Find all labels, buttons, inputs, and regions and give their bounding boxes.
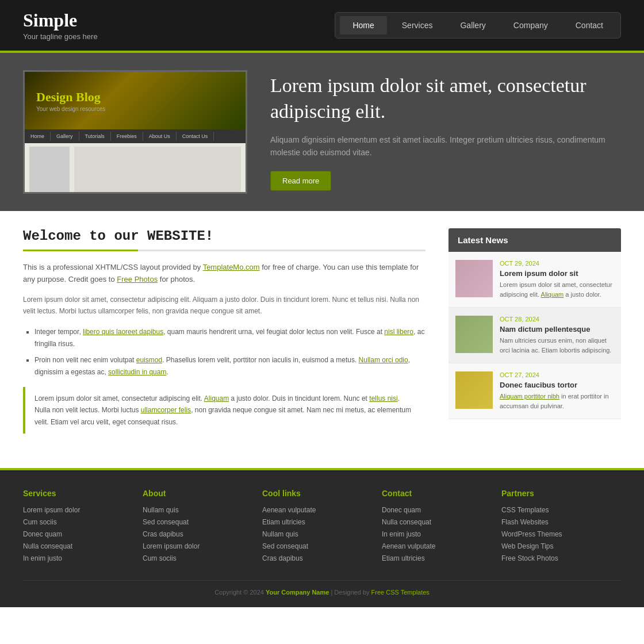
blog-nav-home: Home [25,132,51,141]
copyright-text: Copyright © 2024 Your Company Name | Des… [214,589,430,596]
footer-coollinks-link-4[interactable]: Sed consequat [262,542,370,550]
footer-col-coollinks: Cool links Aenean vulputate Etiam ultric… [262,489,382,566]
footer-contact-heading: Contact [382,489,490,498]
hero-body: Aliquam dignissim elementum est sit amet… [270,133,621,159]
footer-contact-link-5[interactable]: Etiam ultricies [382,554,490,562]
footer-contact-link-4[interactable]: Aenean vulputate [382,542,490,550]
news-title-3: Donec faucibus tortor [500,381,614,389]
list-link-5[interactable]: sollicitudin in quam [108,368,166,376]
title-underline [23,250,425,251]
blog-title: Design Blog [36,90,105,105]
nav-services[interactable]: Services [389,16,446,34]
footer-partners-link-5[interactable]: Free Stock Photos [501,554,610,562]
footer-bottom: Copyright © 2024 Your Company Name | Des… [23,580,621,596]
content-list: Integer tempor, libero quis laoreet dapi… [34,326,425,378]
blockquote-link-2[interactable]: tellus nisi [369,394,397,402]
nav-contact[interactable]: Contact [563,16,616,34]
footer-services-link-3[interactable]: Donec quam [23,530,131,538]
intro-text: This is a professional XHTML/CSS layout … [23,262,425,286]
body-text-1: Lorem ipsum dolor sit amet, consectetur … [23,294,425,317]
footer-about-link-5[interactable]: Cum sociis [143,554,251,562]
footer-contact-link-1[interactable]: Donec quam [382,506,490,514]
blog-header: Design Blog Your web design resources [25,72,246,129]
nav-home[interactable]: Home [340,16,386,34]
footer-services-link-2[interactable]: Cum sociis [23,518,131,526]
footer-services-link-1[interactable]: Lorem ipsum dolor [23,506,131,514]
site-tagline: Your tagline goes here [23,32,98,41]
news-date-3: OCT 27, 2024 [500,371,614,378]
news-excerpt-3: Aliquam porttitor nibh in erat porttitor… [500,392,614,411]
footer-contact-link-2[interactable]: Nulla consequat [382,518,490,526]
footer-about-link-4[interactable]: Lorem ipsum dolor [143,542,251,550]
list-link-3[interactable]: euismod [136,356,162,364]
blockquote: Lorem ipsum dolor sit amet, consectetur … [23,387,425,434]
hero-heading: Lorem ipsum dolor sit amet, consectetur … [270,73,621,124]
footer-col-services: Services Lorem ipsum dolor Cum sociis Do… [23,489,143,566]
news-item-3: OCT 27, 2024 Donec faucibus tortor Aliqu… [448,363,621,419]
footer-partners-link-2[interactable]: Flash Websites [501,518,610,526]
footer-col-partners: Partners CSS Templates Flash Websites Wo… [501,489,621,566]
main-nav: Home Services Gallery Company Contact [335,12,621,39]
news-thumb-3 [455,371,493,409]
footer-about-link-1[interactable]: Nullam quis [143,506,251,514]
nav-company[interactable]: Company [501,16,561,34]
footer: Services Lorem ipsum dolor Cum sociis Do… [0,471,644,607]
news-info-1: OCT 29, 2024 Lorem ipsum dolor sit Lorem… [500,260,614,299]
news-excerpt-1: Lorem ipsum dolor sit amet, consectetur … [500,280,614,299]
footer-coollinks-link-3[interactable]: Nullam quis [262,530,370,538]
blockquote-text: Lorem ipsum dolor sit amet, consectetur … [34,393,416,428]
news-item-1: OCT 29, 2024 Lorem ipsum dolor sit Lorem… [448,252,621,308]
blog-nav-contact: Contact Us [177,132,214,141]
blog-nav: Home Gallery Tutorials Freebies About Us… [25,129,246,143]
logo: Simple Your tagline goes here [23,10,98,41]
footer-services-link-5[interactable]: In enim justo [23,554,131,562]
read-more-button[interactable]: Read more [270,171,331,191]
nav-gallery[interactable]: Gallery [447,16,498,34]
footer-col-about: About Nullam quis Sed consequat Cras dap… [143,489,262,566]
footer-partners-link-1[interactable]: CSS Templates [501,506,610,514]
blog-nav-about: About Us [143,132,177,141]
hero-section: Design Blog Your web design resources Ho… [0,53,644,211]
sidebar: Latest News OCT 29, 2024 Lorem ipsum dol… [448,228,621,439]
blog-nav-gallery: Gallery [51,132,79,141]
footer-about-link-3[interactable]: Cras dapibus [143,530,251,538]
blockquote-link-3[interactable]: ullamcorper felis [141,406,191,414]
footer-services-link-4[interactable]: Nulla consequat [23,542,131,550]
list-link-1[interactable]: libero quis laoreet dapibus [83,328,163,336]
main-content: Welcome to our WEBSITE! This is a profes… [23,228,425,439]
free-photos-link[interactable]: Free Photos [117,275,158,283]
news-header: Latest News [448,228,621,252]
news-title-1: Lorem ipsum dolor sit [500,269,614,278]
footer-coollinks-link-1[interactable]: Aenean vulputate [262,506,370,514]
news-excerpt-2: Nam ultricies cursus enim, non aliquet o… [500,336,614,355]
footer-columns: Services Lorem ipsum dolor Cum sociis Do… [23,489,621,566]
news-item-2: OCT 28, 2024 Nam dictum pellentesque Nam… [448,308,621,363]
news-link-3[interactable]: Aliquam porttitor nibh [500,393,559,400]
blog-nav-freebies: Freebies [111,132,143,141]
news-thumb-2 [455,316,493,353]
footer-contact-link-3[interactable]: In enim justo [382,530,490,538]
news-date-1: OCT 29, 2024 [500,260,614,267]
templatemo-link[interactable]: TemplateMo.com [203,263,260,271]
footer-coollinks-heading: Cool links [262,489,370,498]
news-info-2: OCT 28, 2024 Nam dictum pellentesque Nam… [500,316,614,355]
footer-partners-link-3[interactable]: WordPress Themes [501,530,610,538]
news-link-1[interactable]: Aliquam [541,291,564,298]
footer-partners-heading: Partners [501,489,610,498]
footer-coollinks-link-5[interactable]: Cras dapibus [262,554,370,562]
footer-coollinks-link-2[interactable]: Etiam ultricies [262,518,370,526]
company-link[interactable]: Your Company Name [266,589,329,596]
hero-text: Lorem ipsum dolor sit amet, consectetur … [270,73,621,190]
designer-link[interactable]: Free CSS Templates [371,589,430,596]
list-item-1: Integer tempor, libero quis laoreet dapi… [34,326,425,350]
footer-about-link-2[interactable]: Sed consequat [143,518,251,526]
list-link-2[interactable]: nisl libero [384,328,413,336]
footer-partners-link-4[interactable]: Web Design Tips [501,542,610,550]
blog-sidebar [29,147,70,194]
blog-nav-tutorials: Tutorials [79,132,111,141]
list-link-4[interactable]: Nullam orci odio [359,356,408,364]
news-info-3: OCT 27, 2024 Donec faucibus tortor Aliqu… [500,371,614,411]
blockquote-link-1[interactable]: Aliquam [204,394,229,402]
footer-col-contact: Contact Donec quam Nulla consequat In en… [382,489,501,566]
blog-main [74,147,241,194]
